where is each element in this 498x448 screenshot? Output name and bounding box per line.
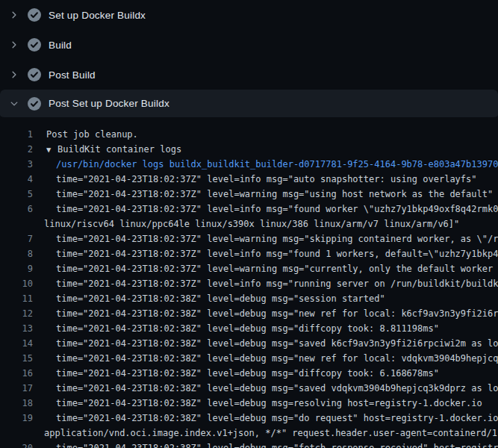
line-number[interactable]: 9 bbox=[0, 261, 33, 276]
chevron-right-icon bbox=[9, 9, 19, 21]
log-row: linux/riscv64 linux/ppc64le linux/s390x … bbox=[0, 217, 498, 231]
log-row: 15time="2021-04-23T18:02:38Z" level=debu… bbox=[0, 351, 498, 366]
log-line-text: time="2021-04-23T18:02:37Z" level=warnin… bbox=[33, 261, 498, 276]
log-group-toggle-icon[interactable]: ▼ bbox=[46, 142, 57, 157]
log-line-text: time="2021-04-23T18:02:37Z" level=info m… bbox=[33, 246, 498, 261]
step-header-post-set-up-docker-buildx[interactable]: Post Set up Docker Buildx bbox=[0, 90, 498, 119]
line-number[interactable]: 20 bbox=[0, 441, 33, 448]
log-line-text: time="2021-04-23T18:02:38Z" level=debug … bbox=[33, 351, 498, 366]
log-row: 6time="2021-04-23T18:02:37Z" level=info … bbox=[0, 202, 498, 217]
log-line-text: time="2021-04-23T18:02:38Z" level=debug … bbox=[33, 396, 482, 411]
log-line-text: time="2021-04-23T18:02:38Z" level=debug … bbox=[33, 441, 498, 448]
line-number[interactable]: 2 bbox=[0, 142, 33, 157]
log-line-text: application/vnd.oci.image.index.v1+json,… bbox=[33, 426, 498, 441]
log-row: 20time="2021-04-23T18:02:38Z" level=debu… bbox=[0, 441, 498, 448]
log-row: 10time="2021-04-23T18:02:37Z" level=info… bbox=[0, 276, 498, 291]
chevron-right-icon bbox=[9, 39, 19, 51]
log-line-text: time="2021-04-23T18:02:38Z" level=debug … bbox=[33, 411, 498, 426]
log-row: application/vnd.oci.image.index.v1+json,… bbox=[0, 426, 498, 441]
line-number[interactable]: 13 bbox=[0, 321, 33, 336]
log-line-text: time="2021-04-23T18:02:37Z" level=info m… bbox=[33, 202, 498, 217]
line-number[interactable]: 17 bbox=[0, 381, 33, 396]
log-line-text: ▼BuildKit container logs bbox=[33, 142, 181, 157]
line-number[interactable]: 15 bbox=[0, 351, 33, 366]
log-row: 11time="2021-04-23T18:02:38Z" level=debu… bbox=[0, 291, 498, 306]
step-header-build[interactable]: Build bbox=[0, 30, 498, 60]
log-line-text: time="2021-04-23T18:02:38Z" level=debug … bbox=[33, 291, 385, 306]
log-line-text: /usr/bin/docker logs buildx_buildkit_bui… bbox=[33, 157, 498, 172]
line-number[interactable]: 12 bbox=[0, 306, 33, 321]
line-number[interactable]: 19 bbox=[0, 411, 33, 426]
log-line-text: time="2021-04-23T18:02:37Z" level=info m… bbox=[33, 276, 498, 291]
log-line-text: time="2021-04-23T18:02:37Z" level=warnin… bbox=[33, 231, 498, 246]
log-line-text: time="2021-04-23T18:02:38Z" level=debug … bbox=[33, 336, 498, 351]
line-number[interactable]: 3 bbox=[0, 157, 33, 172]
log-lines: 1Post job cleanup.2▼BuildKit container l… bbox=[0, 119, 498, 448]
step-label: Build bbox=[49, 40, 72, 51]
log-line-text: time="2021-04-23T18:02:38Z" level=debug … bbox=[33, 306, 498, 321]
log-row: 19time="2021-04-23T18:02:38Z" level=debu… bbox=[0, 411, 498, 426]
line-number[interactable]: 8 bbox=[0, 246, 33, 261]
step-list: Set up Docker Buildx Build Post Build Po… bbox=[0, 0, 498, 119]
line-number[interactable]: 4 bbox=[0, 172, 33, 187]
log-row: 3/usr/bin/docker logs buildx_buildkit_bu… bbox=[0, 157, 498, 172]
log-line-text: time="2021-04-23T18:02:38Z" level=debug … bbox=[33, 321, 439, 336]
log-line-text: time="2021-04-23T18:02:37Z" level=warnin… bbox=[33, 187, 493, 202]
log-line-text: Post job cleanup. bbox=[33, 127, 138, 142]
log-row: 12time="2021-04-23T18:02:38Z" level=debu… bbox=[0, 306, 498, 321]
log-row: 5time="2021-04-23T18:02:37Z" level=warni… bbox=[0, 187, 498, 202]
log-row: 9time="2021-04-23T18:02:37Z" level=warni… bbox=[0, 261, 498, 276]
log-line-text: time="2021-04-23T18:02:38Z" level=debug … bbox=[33, 366, 439, 381]
log-row: 18time="2021-04-23T18:02:38Z" level=debu… bbox=[0, 396, 498, 411]
log-row: 17time="2021-04-23T18:02:38Z" level=debu… bbox=[0, 381, 498, 396]
check-circle-icon bbox=[28, 38, 41, 52]
step-header-post-build[interactable]: Post Build bbox=[0, 60, 498, 90]
log-row: 14time="2021-04-23T18:02:38Z" level=debu… bbox=[0, 336, 498, 351]
log-row: 16time="2021-04-23T18:02:38Z" level=debu… bbox=[0, 366, 498, 381]
line-number[interactable]: 10 bbox=[0, 276, 33, 291]
line-number[interactable]: 6 bbox=[0, 202, 33, 217]
log-row: 4time="2021-04-23T18:02:37Z" level=info … bbox=[0, 172, 498, 187]
log-line-text: BuildKit container logs bbox=[57, 144, 181, 155]
log-row: 2▼BuildKit container logs bbox=[0, 142, 498, 157]
step-label: Post Build bbox=[49, 69, 96, 81]
line-number[interactable]: 16 bbox=[0, 366, 33, 381]
step-label: Post Set up Docker Buildx bbox=[49, 98, 169, 109]
log-row: 7time="2021-04-23T18:02:37Z" level=warni… bbox=[0, 231, 498, 246]
line-number[interactable]: 14 bbox=[0, 336, 33, 351]
check-circle-icon bbox=[28, 97, 41, 111]
check-circle-icon bbox=[28, 8, 41, 22]
line-number[interactable]: 11 bbox=[0, 291, 33, 306]
step-label: Set up Docker Buildx bbox=[49, 10, 146, 21]
step-header-set-up-docker-buildx[interactable]: Set up Docker Buildx bbox=[0, 0, 498, 30]
line-number[interactable]: 1 bbox=[0, 127, 33, 142]
log-row: 13time="2021-04-23T18:02:38Z" level=debu… bbox=[0, 321, 498, 336]
line-number[interactable]: 5 bbox=[0, 187, 33, 202]
line-number[interactable]: 7 bbox=[0, 231, 33, 246]
check-circle-icon bbox=[28, 68, 41, 81]
line-number[interactable]: 18 bbox=[0, 396, 33, 411]
log-line-text: linux/riscv64 linux/ppc64le linux/s390x … bbox=[33, 217, 459, 231]
log-line-text: time="2021-04-23T18:02:38Z" level=debug … bbox=[33, 381, 498, 396]
log-row: 8time="2021-04-23T18:02:37Z" level=info … bbox=[0, 246, 498, 261]
log-row: 1Post job cleanup. bbox=[0, 127, 498, 142]
chevron-down-icon bbox=[9, 98, 19, 110]
chevron-right-icon bbox=[9, 69, 19, 81]
log-line-text: time="2021-04-23T18:02:37Z" level=info m… bbox=[33, 172, 477, 187]
